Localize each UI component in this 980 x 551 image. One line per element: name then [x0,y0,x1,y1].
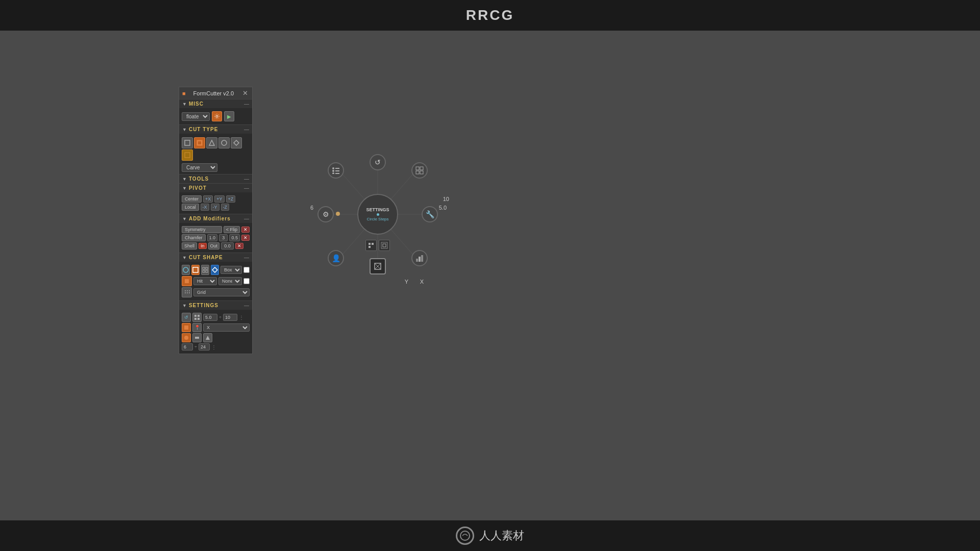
shape-diamond-icon[interactable] [211,265,219,275]
settings-num1-input[interactable]: 6 [182,343,193,350]
settings-options-btn[interactable]: ⋮ [239,315,244,320]
misc-gear-icon-btn[interactable] [212,111,222,121]
pivot-y-pos-button[interactable]: +Y [214,195,224,203]
misc-play-icon-btn[interactable]: ▶ [224,111,234,121]
formcutter-panel: ■ FormCutter v2.0 ✕ ▼ MISC — floater [179,87,253,354]
shape-box-icon[interactable] [191,265,200,275]
none-dropdown[interactable]: None [218,277,242,285]
hit-checkbox[interactable] [243,278,250,284]
shape-circle-icon[interactable] [182,265,190,275]
radial-item-top-left[interactable] [328,162,344,179]
settings-options-btn2[interactable]: ⋮ [211,344,216,350]
radial-item-bottom-left[interactable]: 👤 [328,250,344,266]
cut-shape-collapse-btn[interactable]: — [244,255,249,260]
grid-dropdown[interactable]: Grid [193,288,250,296]
pivot-z-neg-button[interactable]: -Z [221,204,230,211]
panel-close-button[interactable]: ✕ [241,89,249,97]
radial-item-top-right[interactable] [411,162,428,179]
radial-item-left[interactable]: ⚙ [317,206,334,222]
cut-shape-checkbox[interactable] [243,267,250,273]
pivot-collapse-btn[interactable]: — [244,185,249,191]
settings-val2-input[interactable]: 10 [223,314,237,321]
add-mod-collapse-btn[interactable]: — [244,216,249,221]
svg-rect-39 [420,167,423,170]
cut-type-collapse-btn[interactable]: — [244,127,249,132]
settings-grid-icon[interactable] [192,313,202,322]
tools-collapse-btn[interactable]: — [244,176,249,182]
settings-section-header[interactable]: ▼ SETTINGS — [179,300,252,310]
settings-refresh-icon[interactable]: ↺ [182,313,191,322]
symmetry-label: Symmetry [182,226,222,233]
pivot-local-button[interactable]: Local [182,204,199,211]
cut-icon-6[interactable] [182,149,193,161]
svg-rect-56 [369,246,371,248]
chamfer-val3[interactable]: 0.5 [229,234,240,241]
cut-type-section-header[interactable]: ▼ CUT TYPE — [179,124,252,134]
pivot-z-pos-button[interactable]: +Z [226,195,236,203]
settings-collapse-btn[interactable]: — [244,303,249,308]
settings-icon-3a[interactable] [182,333,191,342]
cut-shape-grid-row: Grid [182,287,250,297]
settings-icon-3b[interactable] [192,333,202,342]
settings-icon-3c[interactable] [203,333,212,342]
settings-pin-icon[interactable]: 📍 [192,323,202,332]
grid-dots-icon[interactable] [182,287,192,297]
settings-row-3 [182,333,250,342]
cut-shape-section-label: CUT SHAPE [189,255,242,260]
cut-icon-1[interactable] [182,137,193,148]
radial-mid-icon-1[interactable] [365,240,377,251]
hit-dropdown[interactable]: Hit [193,277,217,285]
cut-icon-2[interactable] [194,137,205,148]
misc-collapse-btn[interactable]: — [244,101,249,107]
cut-shape-hit-row: Hit None [182,276,250,286]
chamfer-val1[interactable]: 1.0 [207,234,218,241]
chamfer-val2[interactable]: 3 [219,234,228,241]
box-shape-dropdown[interactable]: Box [220,266,242,274]
cut-shape-section-header[interactable]: ▼ CUT SHAPE — [179,253,252,262]
radial-mid-icon-2[interactable] [379,240,390,251]
main-area: ■ FormCutter v2.0 ✕ ▼ MISC — floater [0,31,980,520]
shell-in-button[interactable]: In [199,243,207,249]
svg-rect-15 [185,279,189,283]
shape-grid-icon[interactable] [201,265,209,275]
add-modifiers-section-header[interactable]: ▼ ADD Modifiers — [179,214,252,223]
tools-section-header[interactable]: ▼ TOOLS — [179,174,252,183]
pivot-section-header[interactable]: ▼ PIVOT — [179,183,252,192]
chamfer-remove-button[interactable]: ✕ [241,235,250,241]
svg-point-8 [183,267,188,272]
radial-item-top[interactable]: ↺ [370,154,386,170]
cut-icon-4[interactable] [218,137,230,148]
shell-out-label: Out [208,242,220,249]
pivot-center-button[interactable]: Center [182,195,202,203]
add-mod-content: Symmetry < Flip ✕ Chamfer 1.0 3 0.5 ✕ Sh… [179,223,252,253]
misc-floater-dropdown[interactable]: floater [182,112,210,121]
symmetry-remove-button[interactable]: ✕ [241,227,250,233]
x-axis-dropdown[interactable]: X [203,323,250,332]
settings-val1-input[interactable]: 5.0 [203,314,217,321]
svg-point-49 [332,170,334,172]
radial-item-bottom-right[interactable] [411,250,428,266]
tools-section-label: TOOLS [189,176,242,182]
radial-item-bottom[interactable] [370,258,386,274]
settings-num2-input[interactable]: 24 [199,343,210,350]
svg-rect-42 [416,259,418,262]
pivot-center-row: Center +X +Y +Z [182,195,250,203]
flip-button[interactable]: < Flip [224,226,240,233]
curve-dropdown[interactable]: Carve [182,163,217,172]
misc-section-header[interactable]: ▼ MISC — [179,99,252,108]
cut-type-section-label: CUT TYPE [189,127,242,132]
shell-remove-button[interactable]: ✕ [235,243,243,249]
radial-right-icon: 🔧 [426,210,434,218]
cut-icon-5[interactable] [231,137,242,148]
svg-point-59 [460,531,470,540]
shell-val[interactable]: 0.0 [221,242,234,249]
pivot-x-neg-button[interactable]: -X [201,204,209,211]
panel-titlebar[interactable]: ■ FormCutter v2.0 ✕ [179,87,252,99]
pivot-y-neg-button[interactable]: -Y [211,204,219,211]
cut-icon-3[interactable] [206,137,217,148]
pivot-x-pos-button[interactable]: +X [203,195,213,203]
settings-orange-icon[interactable] [182,323,191,332]
shape-cube-icon[interactable] [182,276,192,286]
tools-arrow-icon: ▼ [182,177,187,182]
radial-item-right[interactable]: 🔧 [422,206,438,222]
